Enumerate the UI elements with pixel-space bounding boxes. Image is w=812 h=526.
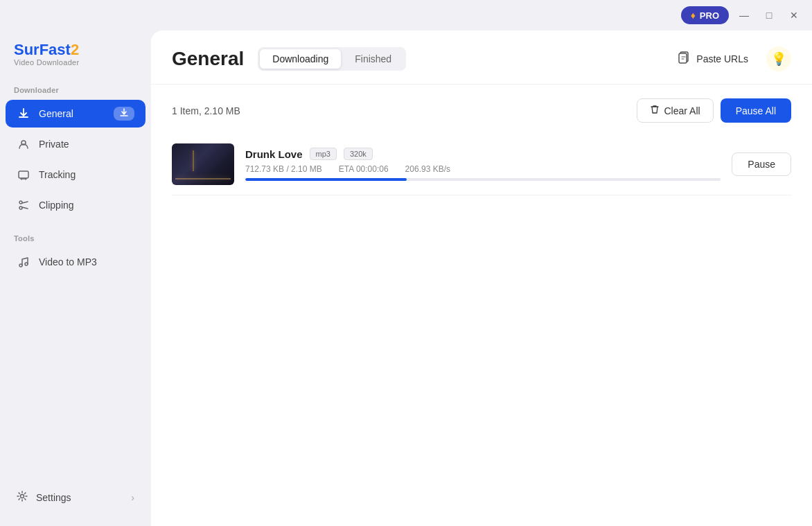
close-button[interactable]: ✕ (784, 6, 804, 25)
settings-icon (17, 491, 28, 504)
content-area: 1 Item, 2.10 MB Clear All Pause All (151, 85, 812, 526)
svg-point-5 (25, 263, 28, 265)
logo-area: SurFast2 Video Downloader (0, 30, 151, 80)
general-badge (114, 107, 134, 121)
item-eta: ETA 00:00:06 (339, 164, 389, 174)
settings-label: Settings (36, 492, 71, 503)
progress-bar (245, 178, 721, 181)
clear-all-label: Clear All (664, 105, 700, 116)
logo-text: SurFast (14, 41, 71, 58)
settings-row[interactable]: Settings › (6, 484, 145, 511)
lightbulb-icon: 💡 (771, 51, 786, 67)
section-downloader: Downloader (0, 80, 151, 98)
main-header: General Downloading Finished Paste URLs (151, 30, 812, 85)
section-tools: Tools (0, 229, 151, 247)
tab-finished[interactable]: Finished (342, 49, 404, 69)
tracking-icon (17, 168, 30, 182)
stats-row: 1 Item, 2.10 MB Clear All Pause All (172, 98, 791, 123)
trash-icon (650, 105, 660, 116)
minimize-button[interactable]: — (734, 6, 754, 25)
clear-all-button[interactable]: Clear All (637, 98, 713, 123)
title-bar: ♦ PRO — □ ✕ (0, 0, 812, 30)
clipping-label: Clipping (39, 200, 74, 211)
format-tag: mp3 (310, 148, 337, 160)
item-speed: 206.93 KB/s (405, 164, 450, 174)
general-icon (17, 107, 30, 121)
clipping-icon (17, 198, 30, 212)
sidebar: SurFast2 Video Downloader Downloader Gen… (0, 30, 151, 526)
page-title: General (172, 48, 244, 70)
item-meta: 712.73 KB / 2.10 MB ETA 00:00:06 206.93 … (245, 164, 721, 174)
pro-badge[interactable]: ♦ PRO (681, 6, 729, 24)
progress-bar-fill (245, 178, 407, 181)
paste-urls-label: Paste URLs (696, 53, 748, 64)
video-to-mp3-label: Video to MP3 (39, 256, 97, 268)
header-actions: Paste URLs 💡 (669, 44, 791, 73)
sidebar-item-private[interactable]: Private (6, 130, 145, 158)
sidebar-item-general[interactable]: General (6, 100, 145, 128)
general-label: General (39, 108, 73, 119)
pro-label: PRO (700, 10, 719, 21)
music-icon (17, 255, 30, 269)
tracking-label: Tracking (39, 169, 76, 180)
paste-icon (677, 50, 691, 67)
pause-item-button[interactable]: Pause (732, 152, 791, 176)
logo-title: SurFast2 (14, 42, 137, 58)
thumbnail (172, 143, 234, 185)
paste-urls-button[interactable]: Paste URLs (669, 44, 757, 73)
tab-group: Downloading Finished (258, 47, 406, 71)
app-body: SurFast2 Video Downloader Downloader Gen… (0, 30, 812, 526)
svg-point-6 (21, 495, 24, 498)
svg-rect-8 (679, 53, 687, 63)
svg-rect-1 (19, 171, 28, 178)
item-info: Drunk Love mp3 320k 712.73 KB / 2.10 MB … (245, 148, 721, 181)
diamond-icon: ♦ (691, 10, 696, 21)
item-title-row: Drunk Love mp3 320k (245, 148, 721, 160)
sidebar-item-video-to-mp3[interactable]: Video to MP3 (6, 248, 145, 276)
maximize-button[interactable]: □ (759, 6, 779, 25)
item-title: Drunk Love (245, 148, 303, 160)
tab-downloading[interactable]: Downloading (260, 49, 341, 69)
pause-all-button[interactable]: Pause All (721, 98, 791, 123)
sidebar-item-tracking[interactable]: Tracking (6, 161, 145, 189)
stats-text: 1 Item, 2.10 MB (172, 105, 240, 116)
action-buttons: Clear All Pause All (637, 98, 791, 123)
main-content: General Downloading Finished Paste URLs (151, 30, 812, 526)
private-icon (17, 137, 30, 151)
private-label: Private (39, 139, 69, 150)
item-size: 712.73 KB / 2.10 MB (245, 164, 322, 174)
sidebar-spacer (0, 277, 151, 482)
logo-subtitle: Video Downloader (14, 58, 137, 67)
quality-tag: 320k (344, 148, 373, 160)
table-row: Drunk Love mp3 320k 712.73 KB / 2.10 MB … (172, 134, 791, 195)
chevron-right-icon: › (131, 492, 134, 503)
thumbnail-image (172, 143, 234, 185)
logo-number: 2 (71, 41, 79, 58)
svg-point-4 (19, 264, 22, 267)
light-theme-button[interactable]: 💡 (766, 46, 791, 71)
sidebar-item-clipping[interactable]: Clipping (6, 191, 145, 219)
